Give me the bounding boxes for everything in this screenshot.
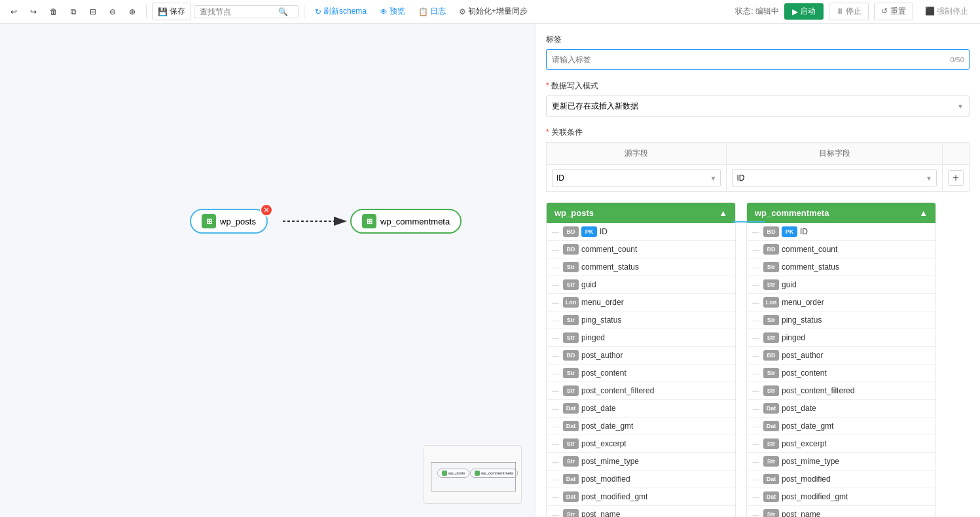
- preview-button[interactable]: 👁 预览: [374, 3, 410, 20]
- schema-row: —BDpost_author: [547, 347, 735, 365]
- schema-row: —Strcomment_status: [547, 258, 735, 276]
- zoom-out-button[interactable]: ⊖: [104, 5, 121, 19]
- status-area: 状态: 编辑中 ▶ 启动 ⏸ 停止 ↺ 重置 ⬛ 强制停止: [735, 3, 975, 20]
- schema-wp-posts: wp_posts ▲ —BDPKID—BDcomment_count—Strco…: [546, 202, 736, 517]
- badge-dat: Dat: [563, 474, 579, 484]
- field-name: comment_count: [782, 245, 837, 254]
- save-button[interactable]: 💾 保存: [152, 3, 191, 20]
- force-stop-label: 强制停止: [937, 7, 968, 16]
- schema-row: —Datpost_modified: [747, 471, 935, 488]
- refresh-schema-button[interactable]: ↻ 刷新schema: [310, 3, 372, 20]
- badge-dat: Dat: [563, 421, 579, 431]
- refresh-schema-label: 刷新schema: [323, 6, 367, 17]
- node-wp-posts[interactable]: ⊞ wp_posts ✕: [190, 209, 268, 234]
- delete-icon: 🗑: [50, 7, 58, 16]
- log-label: 日志: [430, 6, 446, 17]
- schema-row: —Strguid: [547, 276, 735, 294]
- badge-str: Str: [763, 315, 779, 325]
- adjust-button[interactable]: ⊟: [84, 5, 101, 19]
- schema-row: —BDPKID: [547, 223, 735, 241]
- copy-icon: ⧉: [71, 7, 77, 16]
- schema-row: —Strpost_name: [547, 506, 735, 517]
- copy-button[interactable]: ⧉: [65, 5, 82, 19]
- node-wp-posts-delete[interactable]: ✕: [260, 204, 273, 217]
- log-button[interactable]: 📋 日志: [413, 3, 451, 20]
- zoom-in-button[interactable]: ⊕: [124, 5, 141, 19]
- target-field-value: ID: [736, 173, 744, 183]
- badge-dat: Dat: [763, 403, 779, 414]
- field-name: ping_status: [581, 315, 621, 325]
- schema-row: —Datpost_date: [747, 400, 935, 418]
- badge-lon: Lon: [563, 297, 579, 308]
- node-wp-commentmeta[interactable]: ⊞ wp_commentmeta: [350, 209, 462, 234]
- schema-row: —Strguid: [747, 276, 935, 294]
- badge-str: Str: [763, 509, 779, 517]
- force-stop-button[interactable]: ⬛ 强制停止: [918, 3, 975, 20]
- field-name: post_excerpt: [782, 439, 827, 448]
- badge-str: Str: [763, 332, 779, 343]
- field-name: post_content_filtered: [782, 386, 854, 395]
- badge-str: Str: [563, 262, 579, 272]
- start-button[interactable]: ▶ 启动: [784, 3, 824, 20]
- canvas[interactable]: ⊞ wp_posts ✕ ⊞ wp_commentmeta wp_posts: [0, 24, 535, 517]
- target-field-header: 目标字段: [727, 143, 943, 165]
- zoom-in-icon: ⊕: [129, 7, 136, 16]
- init-sync-label: 初始化+增量同步: [468, 6, 528, 17]
- target-field-select[interactable]: ID ▼: [732, 169, 937, 187]
- badge-pk: PK: [782, 226, 797, 237]
- gear-icon: ⚙: [459, 7, 466, 16]
- connector-svg: [0, 24, 535, 517]
- field-name: ping_status: [782, 315, 822, 325]
- badge-bd: BD: [763, 244, 779, 255]
- field-name: menu_order: [782, 298, 824, 307]
- tag-section: 标签 0/50: [546, 34, 970, 70]
- node-wp-posts-icon: ⊞: [202, 214, 216, 228]
- schema-wp-posts-collapse[interactable]: ▲: [719, 208, 727, 218]
- schema-row: —Strpost_content_filtered: [547, 382, 735, 400]
- tag-input[interactable]: [546, 49, 970, 70]
- write-mode-select[interactable]: 更新已存在或插入新数据 ▼: [546, 96, 970, 116]
- field-name: post_content_filtered: [581, 386, 654, 395]
- delete-button[interactable]: 🗑: [45, 5, 63, 19]
- init-sync-button[interactable]: ⚙ 初始化+增量同步: [454, 3, 533, 20]
- field-name: ID: [600, 227, 608, 236]
- schema-row: —Strpinged: [747, 329, 935, 347]
- minimap: wp_posts wp_commentmeta: [424, 445, 522, 504]
- save-label: 保存: [170, 6, 185, 17]
- badge-str: Str: [563, 315, 579, 325]
- schema-row: —BDPKID: [747, 223, 935, 241]
- search-input[interactable]: [200, 7, 278, 16]
- log-icon: 📋: [418, 7, 428, 16]
- field-name: menu_order: [581, 298, 624, 307]
- schema-wp-commentmeta-collapse[interactable]: ▲: [919, 208, 928, 218]
- schema-row: —BDcomment_count: [547, 241, 735, 258]
- field-name: post_mime_type: [581, 457, 639, 466]
- field-name: post_date: [782, 404, 816, 413]
- pause-icon: ⏸: [836, 7, 844, 16]
- badge-dat: Dat: [763, 491, 779, 502]
- stop-button[interactable]: ⏸ 停止: [829, 3, 869, 20]
- preview-icon: 👁: [380, 7, 388, 16]
- add-join-row-button[interactable]: +: [948, 170, 964, 186]
- source-chevron-icon: ▼: [710, 175, 717, 182]
- field-name: post_date: [581, 404, 616, 413]
- schema-wp-commentmeta: wp_commentmeta ▲ —BDPKID—BDcomment_count…: [746, 202, 936, 517]
- field-name: post_excerpt: [581, 439, 626, 448]
- schema-row: —BDcomment_count: [747, 241, 935, 258]
- field-name: post_author: [782, 351, 823, 360]
- field-name: pinged: [782, 333, 805, 342]
- chevron-down-icon: ▼: [957, 103, 964, 110]
- undo-button[interactable]: ↩: [5, 5, 22, 19]
- schema-wp-commentmeta-rows: —BDPKID—BDcomment_count—Strcomment_statu…: [747, 223, 935, 517]
- badge-str: Str: [563, 279, 579, 290]
- schema-row: —Strping_status: [747, 312, 935, 329]
- schema-row: —Strpinged: [547, 329, 735, 347]
- reset-icon: ↺: [881, 7, 888, 16]
- reset-button[interactable]: ↺ 重置: [874, 3, 913, 20]
- redo-button[interactable]: ↪: [25, 5, 42, 19]
- field-name: post_content: [581, 368, 626, 378]
- main-area: ⊞ wp_posts ✕ ⊞ wp_commentmeta wp_posts: [0, 24, 980, 517]
- save-icon: 💾: [158, 7, 168, 16]
- adjust-icon: ⊟: [90, 7, 96, 16]
- source-field-select[interactable]: ID ▼: [552, 169, 721, 187]
